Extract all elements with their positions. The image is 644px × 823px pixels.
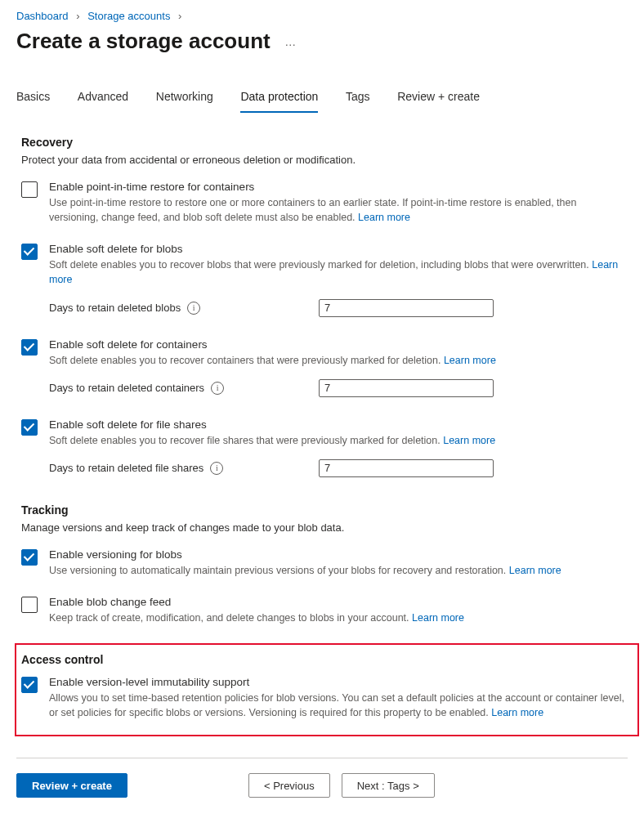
- desc-immutability: Allows you to set time-based retention p…: [49, 691, 628, 720]
- checkbox-soft-delete-containers[interactable]: [21, 339, 38, 356]
- checkbox-immutability[interactable]: [21, 677, 38, 693]
- wizard-footer: Review + create < Previous Next : Tags >: [16, 773, 628, 798]
- breadcrumb: Dashboard › Storage accounts ›: [16, 10, 628, 22]
- divider: [16, 758, 628, 758]
- desc-soft-delete-blobs: Soft delete enables you to recover blobs…: [49, 257, 628, 287]
- learn-more-link[interactable]: Learn more: [444, 355, 496, 366]
- tab-review-create[interactable]: Review + create: [397, 83, 480, 113]
- label-versioning: Enable versioning for blobs: [49, 548, 628, 561]
- learn-more-link[interactable]: Learn more: [412, 612, 464, 624]
- tab-networking[interactable]: Networking: [156, 83, 213, 113]
- breadcrumb-storage-accounts[interactable]: Storage accounts: [87, 10, 170, 22]
- more-menu-icon[interactable]: …: [284, 35, 297, 48]
- info-icon[interactable]: i: [211, 382, 224, 395]
- label-soft-delete-containers: Enable soft delete for containers: [49, 338, 628, 351]
- tab-basics[interactable]: Basics: [16, 83, 50, 113]
- chevron-right-icon: ›: [71, 10, 84, 22]
- section-sub-recovery: Protect your data from accidental or err…: [21, 154, 628, 166]
- retain-input-fileshares[interactable]: [319, 459, 494, 477]
- access-control-highlight: Access control Enable version-level immu…: [15, 643, 639, 736]
- desc-soft-delete-containers: Soft delete enables you to recover conta…: [49, 353, 628, 368]
- section-heading-recovery: Recovery: [21, 136, 628, 149]
- next-button[interactable]: Next : Tags >: [342, 773, 435, 798]
- info-icon[interactable]: i: [187, 302, 200, 315]
- retain-label-containers: Days to retain deleted containers: [49, 382, 204, 394]
- section-sub-tracking: Manage versions and keep track of change…: [21, 521, 628, 534]
- checkbox-soft-delete-blobs[interactable]: [21, 244, 38, 260]
- review-create-button[interactable]: Review + create: [16, 773, 127, 798]
- label-soft-delete-blobs: Enable soft delete for blobs: [49, 243, 628, 255]
- page-title: Create a storage account: [16, 29, 271, 54]
- label-soft-delete-fileshares: Enable soft delete for file shares: [49, 418, 628, 431]
- desc-change-feed: Keep track of create, modification, and …: [49, 611, 628, 625]
- retain-label-blobs: Days to retain deleted blobs: [49, 302, 181, 314]
- retain-input-blobs[interactable]: [319, 299, 494, 317]
- checkbox-pitr[interactable]: [21, 181, 38, 198]
- section-heading-tracking: Tracking: [21, 503, 628, 517]
- retain-label-fileshares: Days to retain deleted file shares: [49, 462, 203, 474]
- breadcrumb-dashboard[interactable]: Dashboard: [16, 10, 69, 22]
- tabs: Basics Advanced Networking Data protecti…: [16, 83, 628, 113]
- tab-advanced[interactable]: Advanced: [78, 83, 128, 113]
- label-pitr: Enable point-in-time restore for contain…: [49, 181, 628, 193]
- desc-soft-delete-fileshares: Soft delete enables you to recover file …: [49, 433, 628, 448]
- checkbox-versioning[interactable]: [21, 549, 38, 566]
- checkbox-soft-delete-fileshares[interactable]: [21, 419, 38, 436]
- learn-more-link[interactable]: Learn more: [443, 435, 495, 446]
- learn-more-link[interactable]: Learn more: [491, 707, 543, 718]
- tab-data-protection[interactable]: Data protection: [240, 83, 318, 113]
- retain-input-containers[interactable]: [319, 379, 494, 397]
- tab-tags[interactable]: Tags: [346, 83, 370, 113]
- learn-more-link[interactable]: Learn more: [358, 212, 410, 223]
- label-immutability: Enable version-level immutability suppor…: [49, 676, 628, 688]
- desc-versioning: Use versioning to automatically maintain…: [49, 563, 628, 578]
- checkbox-change-feed[interactable]: [21, 597, 38, 613]
- section-heading-access-control: Access control: [21, 653, 628, 666]
- learn-more-link[interactable]: Learn more: [509, 565, 561, 576]
- previous-button[interactable]: < Previous: [248, 773, 330, 798]
- info-icon[interactable]: i: [210, 462, 223, 475]
- desc-pitr: Use point-in-time restore to restore one…: [49, 195, 628, 225]
- chevron-right-icon: ›: [173, 10, 186, 22]
- label-change-feed: Enable blob change feed: [49, 596, 628, 608]
